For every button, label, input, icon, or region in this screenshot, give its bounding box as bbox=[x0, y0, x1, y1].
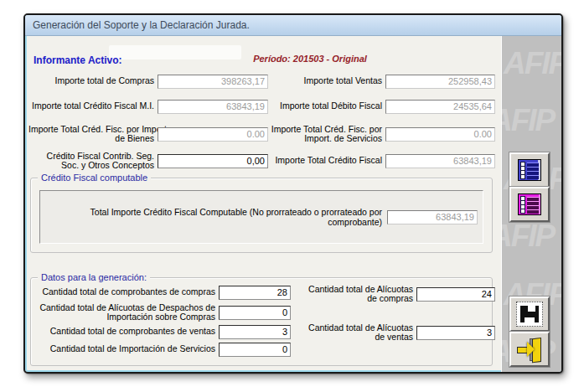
exit-button[interactable] bbox=[509, 332, 550, 367]
periodo-label: Período: 201503 - Original bbox=[218, 54, 402, 64]
afip-watermark-text: AFIP bbox=[504, 46, 562, 81]
field-row: Cantidad total de Alícuotasde ventas 3 bbox=[291, 322, 495, 343]
importe-credito-fiscal-mi-label: Importe total Crédito Fiscal M.I. bbox=[28, 101, 154, 111]
credito-fiscal-contrib-seg-soc-label: Crédito Fiscal Contrib. Seg.Soc. y Otros… bbox=[28, 152, 154, 171]
computable-panel: Total Importe Crédito Fiscal Computable … bbox=[39, 190, 483, 244]
cantidad-importacion-servicios-field[interactable]: 0 bbox=[219, 343, 291, 357]
field-row: Cantidad total de Alícuotasde compras 24 bbox=[291, 284, 495, 304]
field-row: Importe total Crédito Fiscal M.I. 63843,… bbox=[28, 96, 268, 116]
generacion-soporte-window: Generación del Soporte y la Declaración … bbox=[23, 13, 563, 374]
informante-activo-label: Informante Activo: bbox=[34, 54, 122, 66]
importe-debito-fiscal-label: Importe total Débito Fiscal bbox=[243, 101, 382, 111]
importe-debito-fiscal-field: 24535,64 bbox=[385, 100, 495, 114]
total-credito-computable-label: Total Importe Crédito Fiscal Computable … bbox=[40, 207, 382, 227]
cantidad-alicuotas-despachos-importacion-label: Cantidad total de Alícuotas de Despachos… bbox=[34, 303, 215, 322]
cantidad-comprobantes-compras-label: Cantidad total de comprobantes de compra… bbox=[34, 287, 215, 297]
cantidad-alicuotas-ventas-label: Cantidad total de Alícuotasde ventas bbox=[291, 323, 413, 343]
afip-watermark-text: AFIP bbox=[501, 219, 554, 254]
field-row: Cantidad total de comprobantes de compra… bbox=[34, 282, 291, 302]
cantidad-alicuotas-despachos-importacion-field[interactable]: 0 bbox=[219, 306, 291, 320]
cantidad-alicuotas-compras-field[interactable]: 24 bbox=[416, 287, 495, 302]
field-row: Importe total Débito Fiscal 24535,64 bbox=[243, 96, 495, 116]
field-row: Cantidad total de Importación de Servici… bbox=[34, 339, 291, 359]
importe-total-credito-fiscal-label: Importe Total Crédito Fiscal bbox=[243, 156, 382, 166]
cantidad-importacion-servicios-label: Cantidad total de Importación de Servici… bbox=[34, 344, 215, 354]
afip-watermark-text: AFIP bbox=[501, 103, 554, 138]
save-button[interactable] bbox=[509, 297, 550, 332]
importe-cred-fisc-import-bienes-label: Importe Total Créd. Fisc. por Import.de … bbox=[28, 125, 154, 144]
datos-generacion-caption: Datos para la generación: bbox=[38, 272, 150, 282]
credito-fiscal-computable-caption: Crédito Fiscal computable bbox=[38, 173, 151, 183]
field-row: Importe total de Compras 398263,17 bbox=[28, 71, 268, 91]
datos-generacion-group: Datos para la generación: Cantidad total… bbox=[30, 277, 493, 366]
window-titlebar[interactable]: Generación del Soporte y la Declaración … bbox=[25, 15, 561, 36]
field-row: Importe total Ventas 252958,43 bbox=[243, 71, 495, 91]
field-row: Importe Total Crédito Fiscal 63843,19 bbox=[243, 151, 495, 171]
list-detail-button[interactable] bbox=[509, 187, 550, 222]
cantidad-comprobantes-ventas-label: Cantidad total de comprobantes de ventas bbox=[34, 327, 215, 337]
field-row: Importe Total Créd. Fisc. por Import.de … bbox=[28, 124, 268, 144]
exit-door-icon bbox=[516, 338, 543, 361]
list-report-button[interactable] bbox=[509, 152, 550, 188]
importe-total-ventas-field: 252958,43 bbox=[385, 75, 495, 89]
cantidad-comprobantes-ventas-field[interactable]: 3 bbox=[219, 325, 291, 339]
cantidad-alicuotas-ventas-field[interactable]: 3 bbox=[416, 326, 495, 340]
cantidad-alicuotas-compras-label: Cantidad total de Alícuotasde compras bbox=[291, 285, 413, 304]
credito-fiscal-computable-group: Crédito Fiscal computable Total Importe … bbox=[30, 178, 493, 253]
cantidad-comprobantes-compras-field[interactable]: 28 bbox=[219, 286, 291, 300]
window-title: Generación del Soporte y la Declaración … bbox=[33, 19, 250, 31]
importe-cred-fisc-import-servicios-field: 0.00 bbox=[385, 127, 495, 142]
importe-total-compras-label: Importe total de Compras bbox=[28, 76, 154, 86]
field-row: Importe Total Créd. Fisc. porImport. de … bbox=[243, 124, 495, 144]
field-row: Cantidad total de Alícuotas de Despachos… bbox=[34, 302, 291, 322]
magenta-list-icon bbox=[518, 193, 541, 215]
save-floppy-icon bbox=[516, 302, 543, 327]
total-credito-fiscal-computable-field: 63843,19 bbox=[387, 210, 478, 224]
field-row: Crédito Fiscal Contrib. Seg.Soc. y Otros… bbox=[28, 151, 268, 171]
importe-total-credito-fiscal-field: 63843,19 bbox=[385, 154, 495, 168]
blue-list-icon bbox=[518, 159, 541, 181]
window-content: AFIPAFIPAFIPAFIPAFIPAFIP bbox=[25, 36, 561, 372]
importe-total-ventas-label: Importe total Ventas bbox=[243, 76, 382, 86]
importe-cred-fisc-import-servicios-label: Importe Total Créd. Fisc. porImport. de … bbox=[243, 125, 382, 144]
